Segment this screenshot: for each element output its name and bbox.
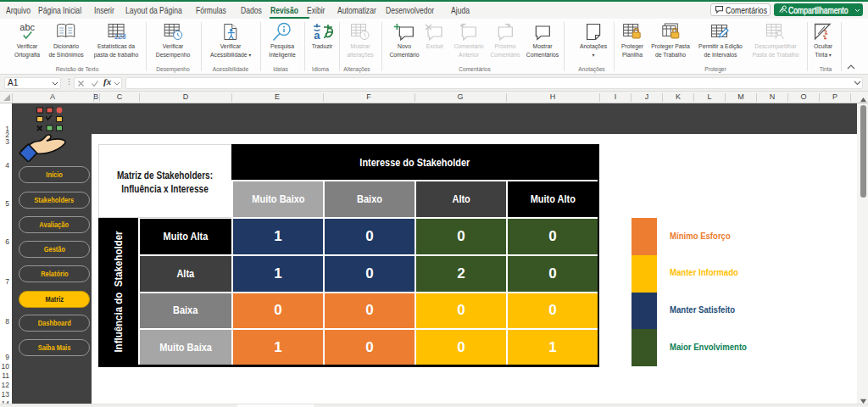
svg-text:abc: abc [19, 22, 35, 32]
svg-text:123: 123 [114, 32, 125, 41]
